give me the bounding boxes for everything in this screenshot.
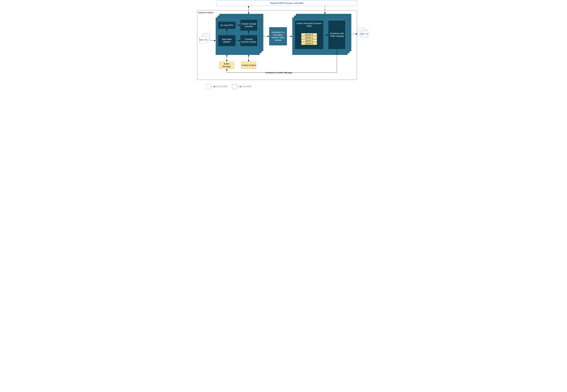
input-pipeline-label: Input data pipeline <box>219 38 235 43</box>
right-card-stack: Output Descriptor Queues State Queue 0 Q… <box>292 14 351 55</box>
mac-rx-box-1: MAC Rx <box>200 37 207 43</box>
buffer-manager-label: Buffer Manager <box>219 63 234 68</box>
header-storage-label: Header storage controller <box>241 23 257 28</box>
scheduler-box: Scheduler with Traffic shaping <box>328 21 345 49</box>
legend-25g-label: 2.5G PORT <box>216 85 228 88</box>
forward-decision-label: Forward decision engine <box>241 38 257 43</box>
queue-0-label: Queue 0 <box>305 33 313 36</box>
scheduler-label: Scheduler with Traffic shaping <box>329 32 345 37</box>
input-pipeline-box: Input data pipeline <box>218 35 235 46</box>
queue-row-2: Queue 2 <box>301 39 317 42</box>
arbitration-box: Arbitration for Descriptor Queues State … <box>269 27 287 45</box>
ethernet-switch-label: Ethernet Switch <box>198 11 214 14</box>
queue-3-label: Queue 3 <box>305 42 313 45</box>
queue-1-label: Queue 1 <box>305 36 313 39</box>
ddr-controller-label: Shared DDR Access controller <box>270 2 304 5</box>
mac-rx-label: MAC Rx <box>199 39 207 41</box>
mac-tx-label: MAC Tx <box>361 33 368 35</box>
queue-2-label: Queue 2 <box>305 39 313 42</box>
legend-25g-swatch <box>206 84 211 89</box>
arbitration-label: Arbitration for Descriptor Queues State … <box>270 31 286 42</box>
queues-state-label: Output Descriptor Queues State <box>296 22 323 27</box>
legend-1g-swatch <box>232 84 237 89</box>
queue-row-1: Queue 1 <box>301 36 317 39</box>
header-storage-box: Header storage controller <box>240 20 257 31</box>
on-chip-fifo-label: On chip FIFO <box>220 24 233 27</box>
buffer-manager-box: Buffer Manager <box>219 62 234 69</box>
ddr-controller-box: Shared DDR Access controller <box>217 0 357 6</box>
mac-tx-box-1: MAC Tx <box>361 31 368 37</box>
on-chip-fifo-box: On chip FIFO <box>218 22 235 29</box>
lookup-engine-label: Lookup Engine <box>242 64 256 67</box>
mac-tx-stack: MAC Tx <box>358 28 369 37</box>
diagram-stage: Shared DDR Access controller Ethernet Sw… <box>196 0 371 91</box>
legend-1g-label: 1G PORT <box>242 85 252 88</box>
queue-row-0: Queue 0 <box>301 33 317 36</box>
left-card-stack: On chip FIFO Header storage controller I… <box>216 14 263 55</box>
forward-decision-box: Forward decision engine <box>240 35 257 46</box>
feedback-label: Feedback to Buffer Manager <box>265 71 293 74</box>
mac-rx-stack: MAC Rx <box>200 34 210 43</box>
lookup-engine-box: Lookup Engine <box>241 62 256 69</box>
queue-row-3: Queue 3 <box>301 42 317 45</box>
